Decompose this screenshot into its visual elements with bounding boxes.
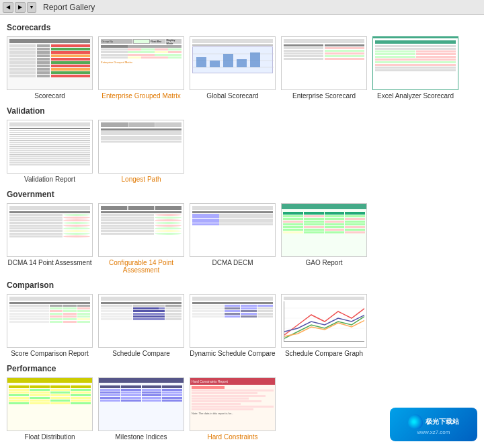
svg-rect-3 xyxy=(196,57,206,67)
validation-row: Validation Report xyxy=(7,120,477,183)
dcma-14-point-item[interactable]: DCMA 14 Point Assessment xyxy=(7,203,93,274)
gao-report-thumbnail xyxy=(281,203,367,257)
schedule-compare-thumbnail xyxy=(98,294,184,348)
enterprise-grouped-matrix-item[interactable]: Group By Float Bar Display Mode xyxy=(98,36,184,100)
dcma-decm-item[interactable]: DCMA DECM xyxy=(190,203,276,274)
global-scorecard-label: Global Scorecard xyxy=(206,92,258,100)
schedule-compare-graph-item[interactable]: Schedule Compare Graph xyxy=(281,294,367,357)
scorecard-label: Scorecard xyxy=(34,92,65,100)
milestone-indices-item[interactable]: Milestone Indices xyxy=(98,377,184,441)
validation-report-label: Validation Report xyxy=(24,176,75,183)
dcma-14-point-label: DCMA 14 Point Assessment xyxy=(7,259,91,266)
validation-report-thumbnail xyxy=(7,120,93,174)
hard-constraints-item[interactable]: Hard Constraints Report Note: The data i… xyxy=(190,377,276,441)
dcma-decm-thumbnail xyxy=(190,203,276,257)
dcma-14-point-thumbnail xyxy=(7,203,93,257)
watermark-url: www.xz7.com xyxy=(417,429,450,435)
float-distribution-thumbnail xyxy=(7,377,93,431)
enterprise-scorecard-label: Enterprise Scorecard xyxy=(292,92,356,100)
comparison-row: Score Comparison Report xyxy=(7,294,477,357)
section-scorecards-title: Scorecards xyxy=(7,23,477,32)
longest-path-label: Longest Path xyxy=(122,176,161,183)
dynamic-schedule-compare-thumbnail xyxy=(190,294,276,348)
validation-report-item[interactable]: Validation Report xyxy=(7,120,93,183)
excel-analyzer-scorecard-thumbnail xyxy=(372,36,458,90)
milestone-indices-label: Milestone Indices xyxy=(115,433,167,441)
dynamic-schedule-compare-label: Dynamic Schedule Compare xyxy=(190,350,275,357)
watermark-brand: 极光下载站 xyxy=(426,417,459,426)
section-comparison-title: Comparison xyxy=(7,281,477,290)
section-validation-title: Validation xyxy=(7,106,477,116)
watermark: 极光下载站 www.xz7.com xyxy=(390,408,477,441)
longest-path-item[interactable]: Longest Path xyxy=(98,120,184,183)
gao-report-item[interactable]: GAO Report xyxy=(281,203,367,274)
svg-rect-4 xyxy=(210,61,220,67)
back-button[interactable]: ◀ xyxy=(3,2,13,13)
enterprise-scorecard-thumbnail xyxy=(281,36,367,90)
schedule-compare-graph-thumbnail xyxy=(281,294,367,348)
dynamic-schedule-compare-item[interactable]: Dynamic Schedule Compare xyxy=(190,294,276,357)
score-comparison-report-item[interactable]: Score Comparison Report xyxy=(7,294,93,357)
nav-dropdown-button[interactable]: ▼ xyxy=(27,2,36,13)
enterprise-scorecard-item[interactable]: Enterprise Scorecard xyxy=(281,36,367,100)
section-government-title: Government xyxy=(7,190,477,199)
excel-analyzer-scorecard-label: Excel Analyzer Scorecard xyxy=(377,92,454,100)
longest-path-thumbnail xyxy=(98,120,184,174)
svg-rect-7 xyxy=(250,52,260,67)
schedule-compare-graph-label: Schedule Compare Graph xyxy=(285,350,363,357)
float-distribution-item[interactable]: Float Distribution xyxy=(7,377,93,441)
score-comparison-report-label: Score Comparison Report xyxy=(11,350,89,357)
global-scorecard-thumbnail xyxy=(190,36,276,90)
scorecard-thumbnail xyxy=(7,36,93,90)
dcma-decm-label: DCMA DECM xyxy=(212,259,253,266)
score-comparison-report-thumbnail xyxy=(7,294,93,348)
scorecard-item[interactable]: Scorecard xyxy=(7,36,93,100)
milestone-indices-thumbnail xyxy=(98,377,184,431)
global-scorecard-item[interactable]: Global Scorecard xyxy=(190,36,276,100)
excel-analyzer-scorecard-item[interactable]: Excel Analyzer Scorecard xyxy=(372,36,458,100)
nav-buttons: ◀ ▶ ▼ xyxy=(3,2,36,13)
hard-constraints-thumbnail: Hard Constraints Report Note: The data i… xyxy=(190,377,276,431)
svg-rect-6 xyxy=(237,59,247,67)
hc-header: Hard Constraints Report xyxy=(190,378,275,385)
section-performance-title: Performance xyxy=(7,364,477,373)
float-distribution-label: Float Distribution xyxy=(24,433,75,441)
configurable-14-point-label: Configurable 14 Point Assessment xyxy=(98,259,184,274)
government-row: DCMA 14 Point Assessment xyxy=(7,203,477,274)
enterprise-grouped-matrix-label: Enterprise Grouped Matrix xyxy=(102,92,180,100)
scorecards-row: Scorecard Group By Float Bar Display Mod… xyxy=(7,36,477,100)
watermark-logo-icon xyxy=(408,414,423,429)
hard-constraints-label: Hard Constraints xyxy=(207,433,257,441)
title-bar: ◀ ▶ ▼ Report Gallery xyxy=(0,0,484,15)
page-title: Report Gallery xyxy=(39,3,95,12)
gao-report-label: GAO Report xyxy=(305,259,342,266)
enterprise-grouped-matrix-thumbnail: Group By Float Bar Display Mode xyxy=(98,36,184,90)
forward-button[interactable]: ▶ xyxy=(15,2,26,13)
gallery-content: Scorecards Scorecard Group By xyxy=(0,15,484,448)
svg-rect-5 xyxy=(223,54,233,67)
schedule-compare-label: Schedule Compare xyxy=(112,350,170,357)
schedule-compare-item[interactable]: Schedule Compare xyxy=(98,294,184,357)
configurable-14-point-thumbnail xyxy=(98,203,184,257)
configurable-14-point-item[interactable]: Configurable 14 Point Assessment xyxy=(98,203,184,274)
